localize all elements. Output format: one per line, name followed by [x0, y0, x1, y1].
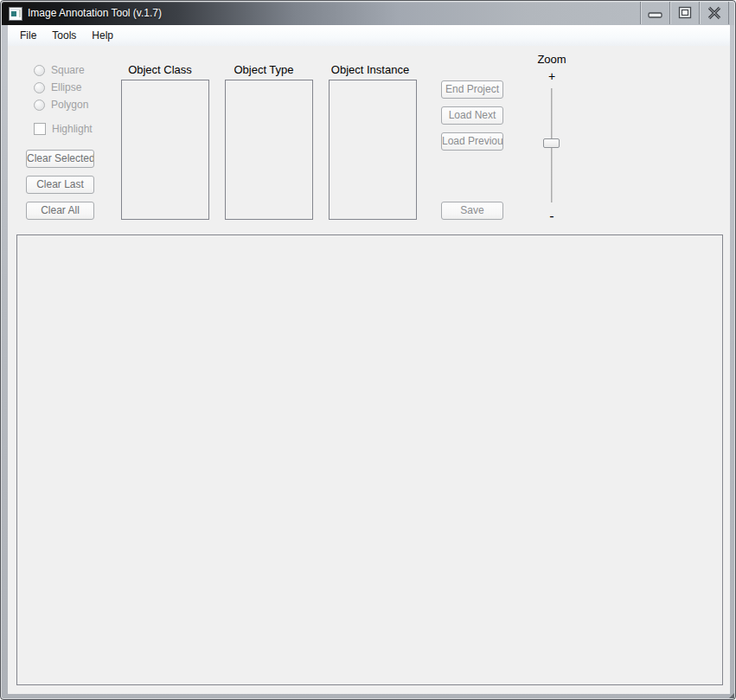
zoom-minus-label: - [526, 209, 578, 224]
highlight-checkbox-row[interactable]: Highlight [34, 123, 93, 135]
radio-polygon-icon [34, 100, 45, 111]
resize-grip[interactable] [729, 693, 734, 698]
object-class-listbox[interactable] [121, 80, 209, 220]
radio-polygon[interactable]: Polygon [34, 99, 88, 111]
radio-polygon-label: Polygon [51, 99, 88, 111]
end-project-button[interactable]: End Project [441, 80, 503, 99]
clear-selected-button[interactable]: Clear Selected [26, 150, 94, 168]
window-title: Image Annotation Tool (v.1.7) [28, 2, 162, 25]
save-button[interactable]: Save [441, 202, 503, 220]
maximize-icon [671, 2, 699, 24]
close-icon [701, 2, 728, 24]
menu-tools[interactable]: Tools [44, 27, 84, 44]
object-type-label: Object Type [221, 63, 307, 76]
radio-ellipse[interactable]: Ellipse [34, 81, 81, 93]
zoom-label: Zoom [526, 53, 578, 66]
main-panel: Square Ellipse Polygon Highlight Clear S… [8, 46, 730, 694]
menu-file[interactable]: File [12, 27, 44, 44]
object-type-listbox[interactable] [225, 80, 313, 220]
minimize-button[interactable] [640, 2, 669, 24]
radio-square[interactable]: Square [34, 64, 85, 76]
radio-square-icon [34, 65, 45, 76]
radio-ellipse-icon [34, 82, 45, 93]
window-controls [640, 2, 729, 24]
annotation-canvas[interactable] [16, 234, 723, 685]
object-instance-listbox[interactable] [329, 80, 417, 220]
maximize-button[interactable] [669, 2, 699, 24]
object-instance-label: Object Instance [327, 63, 413, 76]
load-next-button[interactable]: Load Next [441, 106, 503, 125]
minimize-icon [642, 2, 669, 24]
zoom-slider[interactable] [526, 87, 578, 204]
load-previous-button[interactable]: Load Previous [441, 132, 503, 151]
close-button[interactable] [699, 2, 729, 24]
zoom-slider-handle[interactable] [543, 138, 560, 148]
object-class-label: Object Class [117, 63, 203, 76]
radio-square-label: Square [51, 64, 85, 76]
clear-last-button[interactable]: Clear Last [26, 176, 94, 194]
highlight-label: Highlight [52, 123, 93, 135]
zoom-plus-label: + [526, 69, 578, 83]
radio-ellipse-label: Ellipse [51, 81, 81, 93]
menu-bar: File Tools Help [8, 25, 730, 46]
title-bar[interactable]: Image Annotation Tool (v.1.7) [2, 2, 734, 25]
app-icon [9, 7, 22, 21]
highlight-checkbox[interactable] [34, 123, 46, 135]
app-window: Image Annotation Tool (v.1.7) [0, 0, 736, 700]
clear-all-button[interactable]: Clear All [26, 202, 94, 220]
menu-help[interactable]: Help [84, 27, 121, 44]
